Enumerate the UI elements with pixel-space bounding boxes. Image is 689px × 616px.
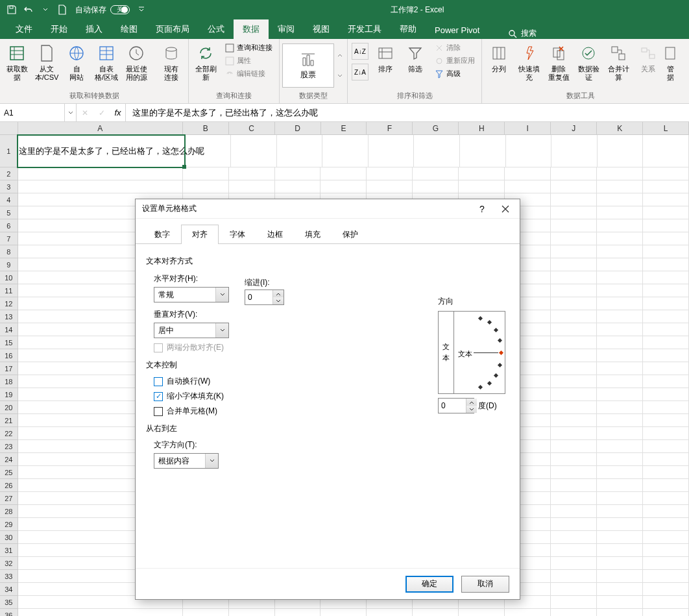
cell[interactable] [643,596,689,609]
help-button[interactable]: ? [474,201,490,217]
col-header[interactable]: B [183,122,229,134]
col-header[interactable]: C [229,122,275,134]
get-data-button[interactable]: 获取数 据 [3,42,31,88]
cell[interactable] [320,609,367,616]
row-header[interactable]: 14 [0,323,18,336]
row-header[interactable]: 7 [0,232,18,245]
cell[interactable] [459,167,505,180]
ribbon-search[interactable]: 搜索 [502,28,543,39]
col-header[interactable]: A [18,122,183,134]
close-button[interactable] [498,201,513,217]
col-header[interactable]: I [505,122,551,134]
indent-up[interactable] [273,290,284,297]
cell[interactable] [413,180,459,193]
cell[interactable] [414,135,460,167]
cell[interactable] [597,336,643,349]
indent-input[interactable] [245,290,272,304]
row-header[interactable]: 20 [0,401,18,414]
row-header[interactable]: 6 [0,219,18,232]
cell[interactable] [597,271,643,284]
cell[interactable] [643,349,689,362]
from-table-range-button[interactable]: 自表 格/区域 [92,42,121,88]
cell[interactable] [643,310,689,323]
consolidate-button[interactable]: 合并计算 [604,42,633,88]
row-header[interactable]: 32 [0,557,18,570]
from-web-button[interactable]: 自 网站 [62,42,91,88]
cancel-button[interactable]: 取消 [461,576,509,593]
col-header[interactable]: F [367,122,413,134]
cell[interactable] [643,414,689,427]
fx-icon[interactable]: fx [110,104,126,121]
row-header[interactable]: 4 [0,193,18,206]
cell[interactable] [597,544,643,557]
indent-down[interactable] [273,297,284,304]
cell[interactable] [643,531,689,544]
cell[interactable] [551,284,597,297]
col-header[interactable]: D [275,122,321,134]
cell[interactable] [597,284,643,297]
cell[interactable] [643,336,689,349]
cell[interactable] [643,219,689,232]
cell[interactable] [229,167,275,180]
row-header[interactable]: 11 [0,284,18,297]
cell[interactable] [597,245,643,258]
cell[interactable] [551,466,597,479]
cell[interactable] [643,271,689,284]
cell[interactable] [597,427,643,440]
cell[interactable] [598,135,644,167]
tab-powerpivot[interactable]: Power Pivot [426,21,489,39]
row-header[interactable]: 25 [0,466,18,479]
merge-cells-checkbox[interactable] [154,407,163,416]
cell[interactable] [597,505,643,518]
degree-spinner[interactable] [438,398,474,413]
cell[interactable] [320,180,367,193]
cell[interactable] [643,479,689,492]
cell[interactable] [551,323,597,336]
cell[interactable]: 这里的字是不是太多了，已经出格了，这怎么办呢 [18,135,185,167]
cell[interactable] [551,505,597,518]
row-header[interactable]: 33 [0,570,18,583]
cell[interactable] [551,544,597,557]
undo-dropdown[interactable] [38,2,53,18]
tab-home[interactable]: 开始 [42,19,77,39]
queries-connections-button[interactable]: 查询和连接 [221,42,276,54]
cell[interactable] [551,271,597,284]
cell[interactable] [643,570,689,583]
cell[interactable] [367,609,413,616]
row-header[interactable]: 16 [0,349,18,362]
row-header[interactable]: 5 [0,206,18,219]
cell[interactable] [597,492,643,505]
cell[interactable] [505,180,551,193]
ok-button[interactable]: 确定 [405,576,453,593]
cell[interactable] [643,193,689,206]
cell[interactable] [275,167,321,180]
cell[interactable] [551,206,597,219]
row-header[interactable]: 1 [0,135,18,167]
cell[interactable] [643,492,689,505]
cell[interactable] [643,258,689,271]
cell[interactable] [597,401,643,414]
cell[interactable] [597,466,643,479]
row-header[interactable]: 22 [0,427,18,440]
cell[interactable] [643,245,689,258]
remove-duplicates-button[interactable]: 删除 重复值 [544,42,573,88]
cell[interactable] [643,167,689,180]
row-header[interactable]: 23 [0,440,18,453]
row-header[interactable]: 19 [0,388,18,401]
tab-protection[interactable]: 保护 [332,225,369,244]
cell[interactable] [643,453,689,466]
cell[interactable] [275,180,321,193]
cell[interactable] [551,310,597,323]
tab-font[interactable]: 字体 [219,225,256,244]
cell[interactable] [597,375,643,388]
cell[interactable] [597,219,643,232]
cell[interactable] [183,609,229,616]
cell[interactable] [551,414,597,427]
cell[interactable] [460,135,506,167]
row-header[interactable]: 35 [0,596,18,609]
tab-draw[interactable]: 绘图 [112,19,147,39]
cell[interactable] [551,232,597,245]
row-header[interactable]: 17 [0,362,18,375]
cell[interactable] [643,440,689,453]
text-to-columns-button[interactable]: 分列 [485,42,513,88]
